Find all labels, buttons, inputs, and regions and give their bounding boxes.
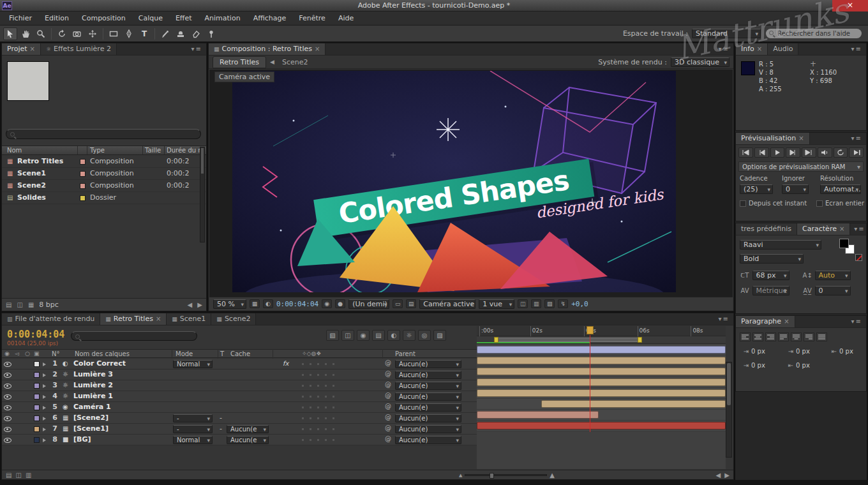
puppet-pin-tool-icon[interactable] <box>204 27 218 40</box>
layer-name[interactable]: Caméra 1 <box>73 402 170 412</box>
current-timecode[interactable]: 0:00:04:04 <box>7 329 64 340</box>
label-color-chip[interactable] <box>80 195 86 201</box>
eye-icon[interactable] <box>4 437 11 443</box>
align-left-icon[interactable] <box>740 332 751 341</box>
layer-color-chip[interactable] <box>34 426 40 432</box>
play-icon[interactable] <box>770 147 785 158</box>
table-row[interactable]: 1 ◐ Color Correct Normal fx Aucun(e) <box>2 359 477 369</box>
tab-composition[interactable]: ▦ Composition : Retro Titles × <box>209 43 326 55</box>
brainstorm-icon[interactable]: ☼ <box>403 330 415 341</box>
parent-select[interactable]: Aucun(e) <box>395 425 461 433</box>
table-row[interactable]: 5 ◉ Caméra 1 Aucun(e) <box>2 402 477 413</box>
project-row[interactable]: ▦ Scene2 Composition 0:00:2 <box>2 180 206 192</box>
timeline-button-icon[interactable]: ▥ <box>531 299 541 308</box>
timeline-vertical-scrollbar[interactable] <box>726 362 732 458</box>
work-area-bar[interactable] <box>495 338 640 342</box>
expand-arrow-icon[interactable] <box>43 395 46 399</box>
transparency-grid-icon[interactable]: ▤ <box>406 299 416 308</box>
layer-switches[interactable] <box>302 428 340 430</box>
graph-editor-icon[interactable]: ▨ <box>433 330 446 341</box>
project-row[interactable]: ▦ Scene1 Composition 0:00:2 <box>2 168 206 180</box>
tab-preview[interactable]: Prévisualisation× <box>736 133 810 144</box>
table-row[interactable]: 2 ☼ Lumière 3 Aucun(e) <box>2 369 477 380</box>
close-tab-icon[interactable]: × <box>30 43 35 55</box>
hand-tool-icon[interactable] <box>19 27 33 40</box>
layer-name[interactable]: [BG] <box>73 435 170 445</box>
ram-preview-icon[interactable] <box>849 147 864 158</box>
tab-render-queue[interactable]: ▥ File d'attente de rendu <box>2 313 100 325</box>
layer-bar-row[interactable] <box>477 355 726 366</box>
new-folder-icon[interactable]: ◫ <box>17 301 22 308</box>
menu-item[interactable]: Fenêtre <box>292 11 332 25</box>
composition-viewer[interactable]: Caméra active <box>209 70 733 297</box>
column-layer-name[interactable]: Nom des calques <box>75 350 130 358</box>
layer-switches[interactable] <box>302 363 340 365</box>
interpret-footage-icon[interactable]: ▤ <box>6 301 11 308</box>
scroll-left-icon[interactable]: ◀ <box>188 301 193 308</box>
fast-preview-icon[interactable]: ↯ <box>558 299 568 308</box>
menu-item[interactable]: Fichier <box>3 11 38 25</box>
layer-bar-row[interactable] <box>477 377 726 388</box>
track-matte-select[interactable]: Aucun(e <box>227 425 269 433</box>
layer-duration-bar[interactable] <box>477 346 726 354</box>
hide-shy-layers-icon[interactable]: ◉ <box>357 330 370 341</box>
magnification-select[interactable]: 50 % <box>213 299 246 309</box>
comp-flowchart-icon[interactable]: ▧ <box>544 299 555 308</box>
eye-icon[interactable] <box>4 372 11 378</box>
expand-arrow-icon[interactable] <box>43 406 46 410</box>
layer-color-chip[interactable] <box>34 361 40 367</box>
close-tab-icon[interactable]: × <box>784 316 789 327</box>
eye-icon[interactable] <box>4 361 11 367</box>
expand-arrow-icon[interactable] <box>43 362 46 366</box>
region-of-interest-icon[interactable]: ▭ <box>393 299 403 308</box>
project-row[interactable]: ▤ Solides Dossier <box>2 192 206 204</box>
hscroll-right-icon[interactable]: ▶ <box>724 472 730 479</box>
tab-character[interactable]: Caractère× <box>797 223 850 235</box>
layer-color-chip[interactable] <box>34 405 40 410</box>
close-tab-icon[interactable]: × <box>839 223 844 235</box>
layer-bar-row[interactable] <box>477 421 726 431</box>
eye-icon[interactable] <box>4 394 11 399</box>
from-current-time-checkbox[interactable]: Depuis cet instant <box>740 200 807 207</box>
active-camera-select[interactable]: Caméra active <box>419 299 475 309</box>
panel-menu-icon[interactable] <box>715 313 733 325</box>
layer-name[interactable]: [Scene1] <box>73 424 170 434</box>
first-line-indent-field[interactable]: ⇥0 px <box>786 348 810 355</box>
layer-duration-bar[interactable] <box>477 411 599 419</box>
cadence-select[interactable]: (25) <box>740 184 773 194</box>
current-time-indicator-line[interactable] <box>590 335 590 432</box>
justify-all-icon[interactable] <box>816 332 827 341</box>
layer-name[interactable]: Lumière 3 <box>73 369 170 380</box>
kerning-select[interactable]: Métrique <box>752 286 789 295</box>
viewer-tab-scene2[interactable]: Scene2 <box>278 58 312 66</box>
panel-menu-icon[interactable] <box>850 223 868 235</box>
show-channel-icon[interactable]: ● <box>335 299 345 308</box>
timeline-graph[interactable]: :00s 02s 04s 06s 08s <box>477 326 726 469</box>
layer-duration-bar[interactable] <box>477 422 726 429</box>
tab-timeline-retro-titles[interactable]: ▦ Retro Titles× <box>100 313 167 325</box>
column-parent[interactable]: Parent <box>395 350 415 358</box>
expand-transfer-controls-icon[interactable]: ◫ <box>15 472 21 479</box>
blend-mode-select[interactable]: - <box>173 425 213 433</box>
checkbox-icon[interactable] <box>740 200 746 207</box>
layer-color-chip[interactable] <box>34 372 40 378</box>
parent-select[interactable]: Aucun(e) <box>395 392 461 401</box>
font-style-select[interactable]: Bold <box>740 254 804 264</box>
project-scrollbar[interactable] <box>200 147 205 243</box>
scroll-right-icon[interactable]: ▶ <box>197 301 202 308</box>
parent-pickwhip-icon[interactable] <box>385 424 391 431</box>
layer-bar-row[interactable] <box>477 399 726 410</box>
space-after-field[interactable]: ⇤0 px <box>786 362 810 369</box>
space-before-field[interactable]: ⇥0 px <box>741 362 765 369</box>
parent-select[interactable]: Aucun(e) <box>395 371 461 379</box>
font-size-select[interactable]: 68 px <box>752 271 789 280</box>
tab-presets[interactable]: tres prédéfinis <box>736 223 797 235</box>
zoom-slider-track[interactable] <box>465 474 547 476</box>
tab-timeline-scene1[interactable]: ▦ Scene1 <box>167 313 211 325</box>
layer-name[interactable]: Lumière 1 <box>73 391 170 401</box>
layer-bar-row[interactable] <box>477 366 726 377</box>
close-tab-icon[interactable]: × <box>798 133 804 144</box>
tab-timeline-scene2[interactable]: ▦ Scene2 <box>211 313 256 325</box>
menu-item[interactable]: Edition <box>38 11 75 25</box>
layer-switches[interactable] <box>302 439 340 441</box>
